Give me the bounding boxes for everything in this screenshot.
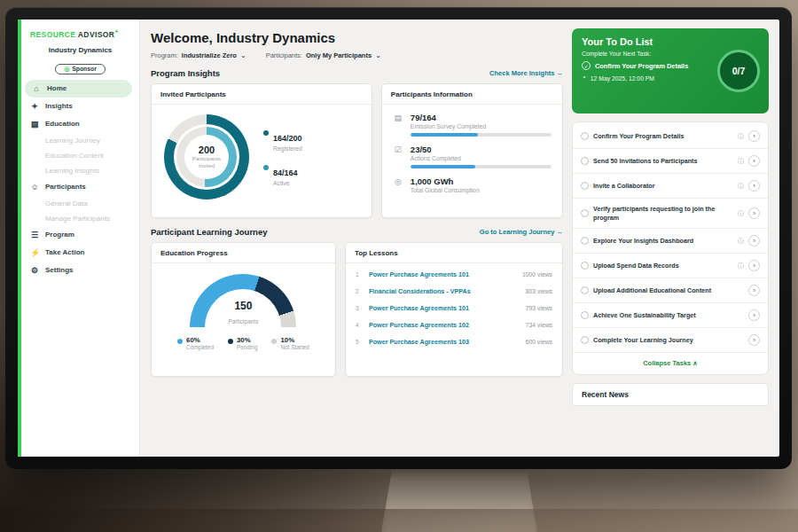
task-checkbox[interactable] [581,311,589,319]
active-dot [263,165,269,170]
next-task-label: Confirm Your Program Details [595,62,688,70]
page-title: Welcome, Industry Dynamics [151,30,563,45]
chevron-right-icon[interactable]: › [748,155,760,167]
task-row[interactable]: Verify participants requesting to join t… [573,199,768,229]
arrow-right-icon: → [557,228,564,236]
lesson-row[interactable]: 5 Power Purchase Agreements 103 600 view… [346,333,562,350]
stat-actions-completed: ☑ 23/50 Actions Completed [393,145,552,168]
legend-item-registered: 164/200 Registered [263,129,302,152]
collapse-tasks-link[interactable]: Collapse Tasks ∧ [573,353,768,372]
lesson-views: 803 views [526,288,552,294]
program-dropdown[interactable]: Program: Industrialize Zero ⌄ [151,51,246,59]
stat-label: Total Global Consumption [411,187,552,193]
sidebar: RESOURCE ADVISOR+ Industry Dynamics ◎ Sp… [18,20,140,457]
lesson-row[interactable]: 2 Financial Considerations - VPPAs 803 v… [346,283,562,300]
registered-value: 164/200 [273,134,302,143]
participants-filter-label: Participants: [266,51,302,59]
sidebar-item-learning-insights[interactable]: Learning Insights [21,163,139,178]
sponsor-badge: ◎ Sponsor [55,64,106,74]
task-row[interactable]: Confirm Your Program Details ⓘ › [573,124,768,149]
card-title: Top Lessons [346,243,562,263]
sidebar-item-label: Home [47,84,66,92]
info-icon: ⓘ [738,157,744,166]
task-checkbox[interactable] [581,157,589,165]
task-row[interactable]: Complete Your Learning Journey › [573,328,768,353]
check-more-insights-link[interactable]: Check More Insights → [489,69,563,77]
task-checkbox[interactable] [581,182,589,190]
sidebar-item-insights[interactable]: ✦ Insights [21,98,139,115]
completed-dot [177,339,183,344]
brand-secondary: ADVISOR [78,30,115,39]
sidebar-item-label: Take Action [45,248,84,256]
task-label: Upload Spend Data Records [593,262,733,270]
chevron-right-icon[interactable]: › [748,180,760,192]
collapse-label: Collapse Tasks [643,359,691,367]
sidebar-item-education[interactable]: ▤ Education [21,115,139,133]
task-label: Upload Additional Educational Content [593,286,739,295]
sidebar-item-label: Learning Journey [45,137,100,145]
chevron-right-icon[interactable]: › [748,207,760,219]
task-checkbox[interactable] [581,262,589,270]
task-checkbox[interactable] [581,237,589,245]
check-circle-icon: ✓ [582,61,591,70]
lesson-link[interactable]: Power Purchase Agreements 102 [369,321,520,329]
participants-filter-value: Only My Participants [306,51,372,59]
lesson-link[interactable]: Power Purchase Agreements 103 [369,338,520,346]
chevron-right-icon[interactable]: › [748,130,760,142]
card-title: Participants Information [382,84,562,105]
registered-dot [263,130,269,136]
participants-dropdown[interactable]: Participants: Only My Participants ⌄ [266,51,381,59]
lesson-row[interactable]: 3 Power Purchase Agreements 101 793 view… [346,300,562,317]
sidebar-item-general-data[interactable]: General Data [21,196,139,211]
chevron-right-icon[interactable]: › [748,309,760,321]
actions-completed-icon: ☑ [393,145,403,168]
chevron-right-icon[interactable]: › [748,260,760,271]
chevron-right-icon[interactable]: › [748,334,760,346]
sidebar-item-settings[interactable]: ⚙ Settings [21,262,139,279]
task-checkbox[interactable] [581,209,589,217]
progress-fill [411,165,475,168]
sidebar-item-education-content[interactable]: Education Content [21,148,139,163]
chevron-right-icon[interactable]: › [748,285,760,296]
todo-panel: Your To Do List Complete Your Next Task:… [572,28,769,448]
active-label: Active [273,180,298,186]
go-to-learning-journey-link[interactable]: Go to Learning Journey → [480,228,563,236]
sidebar-item-manage-participants[interactable]: Manage Participants [21,211,139,226]
sidebar-item-home[interactable]: ⌂ Home [25,80,132,98]
sidebar-item-learning-journey[interactable]: Learning Journey [21,133,139,148]
brand-primary: RESOURCE [30,30,75,39]
task-row[interactable]: Upload Spend Data Records ⓘ › [573,254,768,278]
info-icon: ⓘ [738,237,744,246]
task-row[interactable]: Send 50 Invitations to Participants ⓘ › [573,149,768,174]
sidebar-item-program[interactable]: ☰ Program [21,226,139,244]
sidebar-item-take-action[interactable]: ⚡ Take Action [21,244,139,262]
lesson-link[interactable]: Financial Considerations - VPPAs [369,287,520,295]
lesson-row[interactable]: 4 Power Purchase Agreements 102 734 view… [346,317,562,333]
todo-summary-card: Your To Do List Complete Your Next Task:… [572,28,769,113]
sponsor-label: Sponsor [72,66,97,72]
lesson-link[interactable]: Power Purchase Agreements 101 [369,270,516,278]
sidebar-item-label: Participants [45,183,86,191]
lesson-number: 5 [356,339,363,345]
emission-survey-icon: ▤ [393,113,403,137]
progress-track [411,133,552,137]
settings-icon: ⚙ [30,266,39,275]
program-insights-title: Program Insights [151,68,220,78]
task-checkbox[interactable] [581,132,589,140]
program-icon: ☰ [30,231,39,239]
card-title: Invited Participants [152,84,372,105]
task-checkbox[interactable] [581,336,589,344]
lesson-row[interactable]: 1 Power Purchase Agreements 101 1000 vie… [346,266,562,283]
task-row[interactable]: Invite a Collaborator ⓘ › [573,174,768,199]
sidebar-item-participants[interactable]: ☺ Participants [21,178,139,196]
task-row[interactable]: Upload Additional Educational Content › [573,278,768,303]
task-label: Achieve One Sustainability Target [593,311,739,320]
chevron-right-icon[interactable]: › [748,235,760,246]
filters-row: Program: Industrialize Zero ⌄ Participan… [151,51,563,59]
task-row[interactable]: Achieve One Sustainability Target › [573,303,768,328]
task-checkbox[interactable] [581,286,589,294]
lesson-link[interactable]: Power Purchase Agreements 101 [369,304,520,312]
stat-value: 79/164 [411,113,552,122]
task-row[interactable]: Explore Your Insights Dashboard ⓘ › [573,229,768,254]
stat-value: 1,000 GWh [411,176,552,186]
